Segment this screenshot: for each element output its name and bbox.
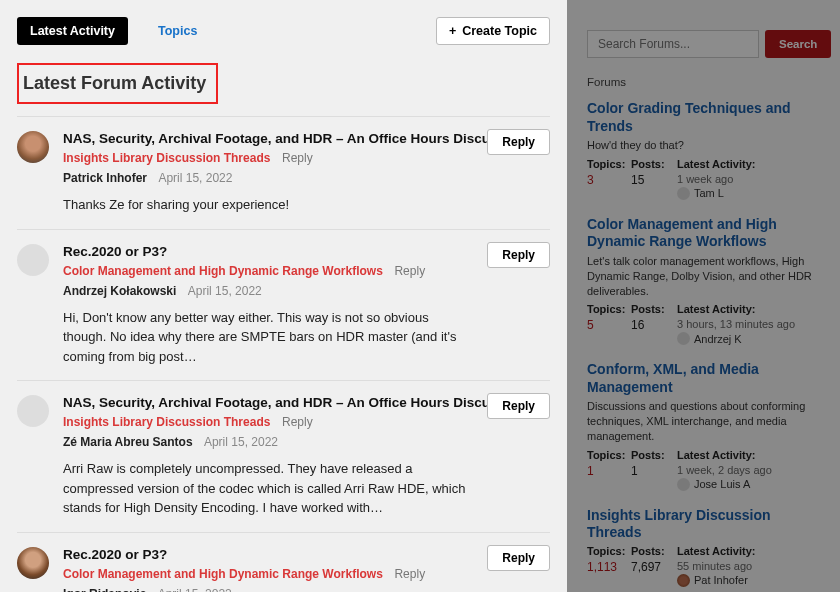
stat-activity-label: Latest Activity:	[677, 158, 820, 170]
post-author[interactable]: Patrick Inhofer	[63, 171, 147, 185]
stat-activity-user[interactable]: Andrzej K	[677, 332, 820, 345]
stat-posts-value: 1	[631, 464, 677, 478]
post-author[interactable]: Andrzej Kołakowski	[63, 284, 176, 298]
stat-topics-value: 1,113	[587, 560, 631, 574]
stat-topics-value: 3	[587, 173, 631, 187]
stat-activity-time: 1 week, 2 days ago	[677, 464, 820, 476]
stat-activity-time: 3 hours, 13 minutes ago	[677, 318, 820, 330]
stat-posts-label: Posts:	[631, 303, 677, 315]
stat-activity-time: 55 minutes ago	[677, 560, 820, 572]
avatar-icon	[677, 478, 690, 491]
heading-highlight-box: Latest Forum Activity	[17, 63, 218, 104]
top-bar: Latest Activity Topics + Create Topic	[17, 17, 550, 45]
forum-description: Let's talk color management workflows, H…	[587, 254, 820, 299]
stat-posts-value: 7,697	[631, 560, 677, 574]
forum-post: NAS, Security, Archival Footage, and HDR…	[17, 117, 550, 230]
avatar-icon	[677, 574, 690, 587]
search-input[interactable]	[587, 30, 759, 58]
reply-breadcrumb: Reply	[282, 415, 313, 429]
forum-block: Color Management and High Dynamic Range …	[587, 216, 820, 346]
post-author[interactable]: Igor Ridanovic	[63, 587, 146, 593]
reply-breadcrumb: Reply	[394, 264, 425, 278]
stat-topics-value: 5	[587, 318, 631, 332]
stat-topics-value: 1	[587, 464, 631, 478]
stat-activity-label: Latest Activity:	[677, 545, 820, 557]
stat-topics-label: Topics:	[587, 158, 631, 170]
category-link[interactable]: Color Management and High Dynamic Range …	[63, 264, 383, 278]
forum-description: How'd they do that?	[587, 138, 820, 153]
post-date: April 15, 2022	[204, 435, 278, 449]
post-title[interactable]: NAS, Security, Archival Footage, and HDR…	[63, 395, 550, 410]
sidebar: Search Forums Color Grading Techniques a…	[567, 0, 840, 592]
post-excerpt: Thanks Ze for sharing your experience!	[63, 195, 473, 215]
category-link[interactable]: Insights Library Discussion Threads	[63, 151, 270, 165]
forum-title-link[interactable]: Color Grading Techniques and Trends	[587, 100, 820, 135]
stat-topics-label: Topics:	[587, 545, 631, 557]
avatar	[17, 131, 49, 163]
reply-button[interactable]: Reply	[487, 242, 550, 268]
forum-block: Color Grading Techniques and Trends How'…	[587, 100, 820, 200]
forum-block: Insights Library Discussion Threads Topi…	[587, 507, 820, 587]
forum-title-link[interactable]: Insights Library Discussion Threads	[587, 507, 820, 542]
reply-button[interactable]: Reply	[487, 545, 550, 571]
stat-activity-label: Latest Activity:	[677, 449, 820, 461]
forum-post: Rec.2020 or P3? Color Management and Hig…	[17, 230, 550, 382]
reply-breadcrumb: Reply	[394, 567, 425, 581]
avatar	[17, 395, 49, 427]
stat-topics-label: Topics:	[587, 303, 631, 315]
stat-posts-label: Posts:	[631, 545, 677, 557]
stat-posts-value: 15	[631, 173, 677, 187]
stat-posts-value: 16	[631, 318, 677, 332]
stat-posts-label: Posts:	[631, 158, 677, 170]
post-title[interactable]: Rec.2020 or P3?	[63, 547, 550, 562]
post-title[interactable]: Rec.2020 or P3?	[63, 244, 550, 259]
stat-topics-label: Topics:	[587, 449, 631, 461]
avatar-icon	[677, 187, 690, 200]
forums-heading: Forums	[587, 76, 820, 88]
post-date: April 15, 2022	[158, 587, 232, 593]
category-link[interactable]: Insights Library Discussion Threads	[63, 415, 270, 429]
stat-activity-time: 1 week ago	[677, 173, 820, 185]
avatar	[17, 547, 49, 579]
avatar	[17, 244, 49, 276]
reply-breadcrumb: Reply	[282, 151, 313, 165]
tab-topics[interactable]: Topics	[146, 18, 209, 44]
forum-post: Rec.2020 or P3? Color Management and Hig…	[17, 533, 550, 593]
post-excerpt: Hi, Don't know any better way either. Th…	[63, 308, 473, 367]
plus-icon: +	[449, 24, 456, 38]
post-list: NAS, Security, Archival Footage, and HDR…	[17, 116, 550, 592]
main-column: Latest Activity Topics + Create Topic La…	[0, 0, 567, 592]
stat-activity-user[interactable]: Jose Luis A	[677, 478, 820, 491]
stat-posts-label: Posts:	[631, 449, 677, 461]
post-title[interactable]: NAS, Security, Archival Footage, and HDR…	[63, 131, 550, 146]
post-author[interactable]: Zé Maria Abreu Santos	[63, 435, 193, 449]
create-topic-label: Create Topic	[462, 24, 537, 38]
avatar-icon	[677, 332, 690, 345]
search-button[interactable]: Search	[765, 30, 831, 58]
post-date: April 15, 2022	[158, 171, 232, 185]
page-title: Latest Forum Activity	[23, 73, 206, 94]
stat-activity-label: Latest Activity:	[677, 303, 820, 315]
post-date: April 15, 2022	[188, 284, 262, 298]
post-excerpt: Arri Raw is completely uncompressed. The…	[63, 459, 473, 518]
forum-description: Discussions and questions about conformi…	[587, 399, 820, 444]
forum-post: NAS, Security, Archival Footage, and HDR…	[17, 381, 550, 533]
forum-title-link[interactable]: Color Management and High Dynamic Range …	[587, 216, 820, 251]
stat-activity-user[interactable]: Pat Inhofer	[677, 574, 820, 587]
forum-title-link[interactable]: Conform, XML, and Media Management	[587, 361, 820, 396]
create-topic-button[interactable]: + Create Topic	[436, 17, 550, 45]
stat-activity-user[interactable]: Tam L	[677, 187, 820, 200]
reply-button[interactable]: Reply	[487, 393, 550, 419]
category-link[interactable]: Color Management and High Dynamic Range …	[63, 567, 383, 581]
reply-button[interactable]: Reply	[487, 129, 550, 155]
tab-latest-activity[interactable]: Latest Activity	[17, 17, 128, 45]
forum-block: Conform, XML, and Media Management Discu…	[587, 361, 820, 491]
